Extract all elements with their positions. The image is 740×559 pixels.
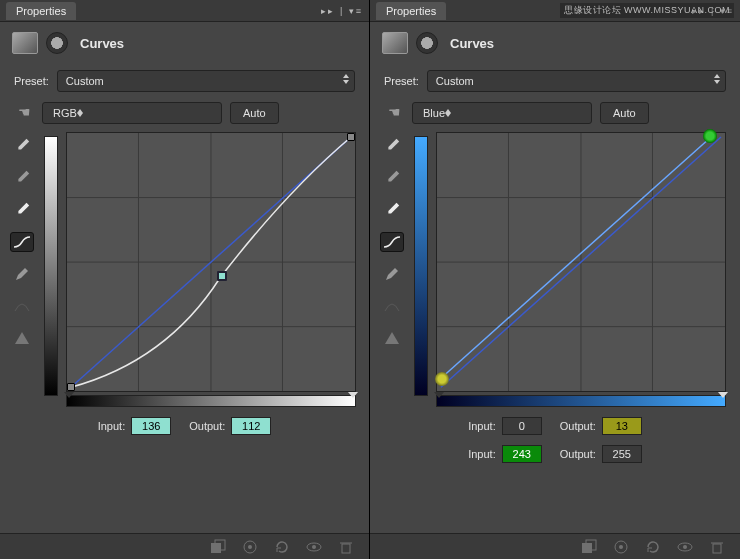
output-value[interactable]: 255	[602, 445, 642, 463]
input-gradient	[66, 395, 356, 407]
pencil-tool-icon[interactable]	[10, 264, 34, 284]
preset-label: Preset:	[384, 75, 419, 87]
svg-line-6	[71, 137, 351, 387]
channel-value: Blue	[423, 107, 445, 119]
trash-icon[interactable]	[708, 538, 726, 556]
svg-point-28	[683, 545, 687, 549]
curves-adjustment-icon	[12, 32, 38, 54]
black-slider[interactable]	[64, 392, 74, 398]
input-value[interactable]: 0	[502, 417, 542, 435]
output-gradient	[414, 136, 428, 396]
svg-point-10	[248, 545, 252, 549]
svg-line-22	[441, 137, 711, 378]
white-slider[interactable]	[718, 392, 728, 398]
input-label: Input:	[98, 420, 126, 432]
view-previous-icon[interactable]	[241, 538, 259, 556]
output-label: Output:	[560, 420, 596, 432]
svg-rect-23	[582, 543, 592, 553]
output-label: Output:	[189, 420, 225, 432]
view-previous-icon[interactable]	[612, 538, 630, 556]
curve-tool-icon[interactable]	[10, 232, 34, 252]
preset-select[interactable]: Custom	[427, 70, 726, 92]
panel-title: Curves	[450, 36, 494, 51]
clip-warning-icon[interactable]	[10, 328, 34, 348]
clip-warning-icon[interactable]	[380, 328, 404, 348]
svg-rect-29	[713, 544, 721, 553]
reset-icon[interactable]	[644, 538, 662, 556]
preset-value: Custom	[436, 75, 474, 87]
trash-icon[interactable]	[337, 538, 355, 556]
channel-select[interactable]: RGB	[42, 102, 222, 124]
input-label: Input:	[468, 420, 496, 432]
targeted-adjustment-icon[interactable]: ☚	[14, 104, 34, 122]
output-gradient	[44, 136, 58, 396]
auto-button[interactable]: Auto	[230, 102, 279, 124]
curve-point-highlight[interactable]	[347, 133, 355, 141]
eyedropper-black-icon[interactable]	[380, 136, 404, 156]
clip-to-layer-icon[interactable]	[580, 538, 598, 556]
input-gradient	[436, 395, 726, 407]
output-label: Output:	[560, 448, 596, 460]
watermark: 思缘设计论坛 WWW.MISSYUAN.COM	[560, 3, 734, 18]
eyedropper-white-icon[interactable]	[380, 200, 404, 220]
clip-to-layer-icon[interactable]	[209, 538, 227, 556]
targeted-adjustment-icon[interactable]: ☚	[384, 104, 404, 122]
curve-tool-icon[interactable]	[380, 232, 404, 252]
svg-point-12	[312, 545, 316, 549]
properties-tab[interactable]: Properties	[6, 2, 76, 20]
preset-label: Preset:	[14, 75, 49, 87]
svg-point-26	[619, 545, 623, 549]
preset-select[interactable]: Custom	[57, 70, 355, 92]
curve-point-selected[interactable]	[217, 271, 227, 281]
panel-collapse-icon[interactable]: ▸▸ | ▾≡	[321, 6, 363, 16]
curves-adjustment-icon	[382, 32, 408, 54]
reset-icon[interactable]	[273, 538, 291, 556]
curve-graph[interactable]	[436, 132, 726, 392]
eyedropper-gray-icon[interactable]	[380, 168, 404, 188]
input-value[interactable]: 136	[131, 417, 171, 435]
auto-button[interactable]: Auto	[600, 102, 649, 124]
black-slider[interactable]	[434, 392, 444, 398]
eyedropper-gray-icon[interactable]	[10, 168, 34, 188]
curve-point-black[interactable]	[435, 372, 449, 386]
output-value[interactable]: 112	[231, 417, 271, 435]
input-label: Input:	[468, 448, 496, 460]
visibility-icon[interactable]	[305, 538, 323, 556]
svg-rect-13	[342, 544, 350, 553]
channel-value: RGB	[53, 107, 77, 119]
input-value[interactable]: 243	[502, 445, 542, 463]
layer-mask-icon[interactable]	[416, 32, 438, 54]
output-value[interactable]: 13	[602, 417, 642, 435]
panel-title: Curves	[80, 36, 124, 51]
smooth-icon[interactable]	[380, 296, 404, 316]
channel-select[interactable]: Blue	[412, 102, 592, 124]
visibility-icon[interactable]	[676, 538, 694, 556]
pencil-tool-icon[interactable]	[380, 264, 404, 284]
white-slider[interactable]	[348, 392, 358, 398]
eyedropper-white-icon[interactable]	[10, 200, 34, 220]
curve-graph[interactable]	[66, 132, 356, 392]
layer-mask-icon[interactable]	[46, 32, 68, 54]
curve-point-white[interactable]	[703, 129, 717, 143]
properties-tab[interactable]: Properties	[376, 2, 446, 20]
svg-line-21	[441, 137, 721, 387]
svg-rect-7	[211, 543, 221, 553]
curve-point-shadow[interactable]	[67, 383, 75, 391]
eyedropper-black-icon[interactable]	[10, 136, 34, 156]
smooth-icon[interactable]	[10, 296, 34, 316]
preset-value: Custom	[66, 75, 104, 87]
